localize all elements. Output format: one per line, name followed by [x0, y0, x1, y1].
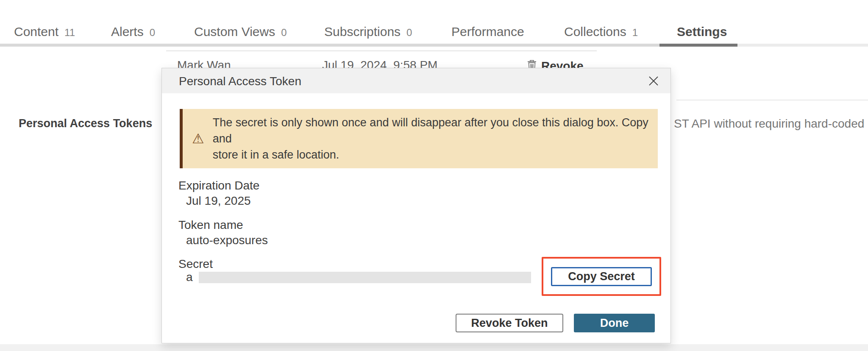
settings-description-fragment: ST API without requiring hard-coded [674, 117, 864, 131]
tab-count: 0 [150, 27, 155, 39]
expiration-date-label: Expiration Date [178, 179, 259, 192]
close-icon[interactable] [648, 75, 659, 87]
secret-value-row: a [186, 270, 531, 284]
secret-visible-char: a [186, 270, 193, 284]
tab-custom-views[interactable]: Custom Views0 [194, 25, 287, 39]
warning-icon: ⚠ [192, 132, 204, 145]
secret-label: Secret [178, 257, 213, 271]
token-name-value: auto-exposures [186, 234, 268, 247]
secret-masked-bar [199, 272, 531, 283]
tab-bar: Content11 Alerts0 Custom Views0 Subscrip… [0, 0, 868, 47]
tab-count: 1 [632, 27, 638, 39]
warning-line: store it in a safe location. [213, 147, 658, 163]
tab-collections[interactable]: Collections1 [564, 25, 638, 39]
tab-label: Collections [564, 25, 626, 39]
tab-count: 11 [64, 27, 75, 39]
warning-message: The secret is only shown once and will d… [213, 114, 658, 163]
tab-count: 0 [281, 27, 287, 39]
personal-access-tokens-heading: Personal Access Tokens [19, 117, 152, 130]
tab-label: Custom Views [194, 25, 275, 39]
copy-secret-button[interactable]: Copy Secret [551, 267, 652, 286]
done-button[interactable]: Done [574, 314, 655, 332]
tab-settings[interactable]: Settings [677, 25, 727, 39]
token-name-label: Token name [178, 218, 243, 232]
tab-underline-track [0, 44, 868, 47]
section-divider [676, 100, 868, 100]
tab-count: 0 [406, 27, 412, 39]
tab-label: Alerts [111, 25, 144, 39]
warning-banner: ⚠ The secret is only shown once and will… [180, 109, 658, 168]
page-footer-strip [0, 344, 868, 351]
tab-subscriptions[interactable]: Subscriptions0 [324, 25, 412, 39]
tab-label: Settings [677, 25, 727, 39]
tab-label: Performance [451, 25, 524, 39]
tab-performance[interactable]: Performance [451, 25, 524, 39]
table-row-divider [166, 50, 597, 51]
tab-label: Content [14, 25, 58, 39]
revoke-token-button[interactable]: Revoke Token [456, 314, 563, 332]
page: Content11 Alerts0 Custom Views0 Subscrip… [0, 0, 868, 351]
tab-alerts[interactable]: Alerts0 [111, 25, 155, 39]
dialog-header: Personal Access Token [162, 68, 670, 93]
warning-line: The secret is only shown once and will d… [213, 114, 658, 147]
dialog-title: Personal Access Token [179, 75, 301, 88]
tab-content[interactable]: Content11 [14, 25, 75, 39]
expiration-date-value: Jul 19, 2025 [186, 194, 251, 208]
dialog-footer: Revoke Token Done [456, 314, 655, 332]
tab-label: Subscriptions [324, 25, 401, 39]
copy-secret-highlight: Copy Secret [542, 257, 661, 296]
personal-access-token-dialog: Personal Access Token ⚠ The secret is on… [161, 68, 671, 343]
